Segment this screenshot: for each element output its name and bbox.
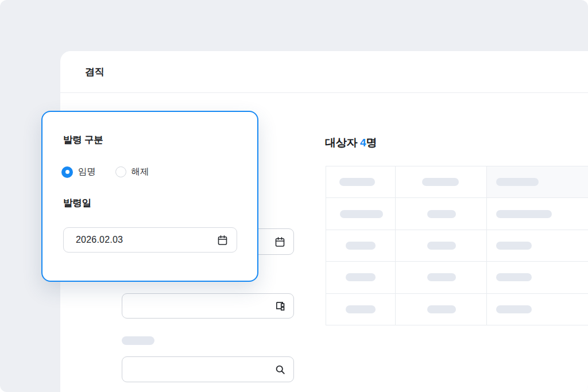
assignment-type-label: 발령 구분	[63, 134, 103, 146]
target-count: 4	[360, 137, 366, 149]
skeleton-pill	[496, 210, 552, 218]
skeleton-pill	[496, 273, 532, 281]
table-cell	[326, 166, 396, 198]
skeleton-pill	[346, 305, 376, 313]
assignment-date-value: 2026.02.03	[76, 235, 123, 245]
table-row	[326, 198, 588, 230]
table-row	[326, 294, 588, 325]
table-cell	[326, 262, 396, 293]
assignment-date-label: 발령일	[63, 197, 91, 209]
skeleton-pill	[339, 178, 375, 186]
table-cell	[487, 230, 588, 262]
skeleton-pill	[427, 273, 456, 281]
search-input[interactable]	[122, 356, 294, 382]
table-row	[326, 166, 588, 198]
card-header: 겸직	[60, 51, 588, 93]
search-icon	[274, 363, 286, 375]
calendar-icon	[274, 236, 286, 248]
table-cell	[396, 262, 488, 293]
field-label-skeleton	[122, 336, 154, 345]
skeleton-pill	[346, 273, 376, 281]
radio-unselected-icon[interactable]	[115, 166, 126, 177]
assignment-popup: 발령 구분 임명해제 발령일 2026.02.03	[41, 111, 258, 282]
org-tree-icon	[274, 300, 286, 312]
table-row	[326, 262, 588, 293]
organization-select-input[interactable]	[122, 293, 294, 319]
radio-option-label: 해제	[131, 166, 149, 178]
skeleton-pill	[496, 305, 532, 313]
calendar-icon[interactable]	[216, 234, 229, 246]
table-cell	[487, 198, 588, 230]
skeleton-pill	[427, 305, 456, 313]
skeleton-pill	[496, 178, 539, 186]
radio-option[interactable]: 해제	[115, 166, 149, 178]
table-cell	[326, 230, 396, 262]
target-prefix: 대상자	[325, 137, 360, 149]
table-cell	[326, 198, 396, 230]
skeleton-pill	[496, 242, 532, 250]
skeleton-pill	[427, 210, 456, 218]
skeleton-pill	[346, 242, 376, 250]
skeleton-pill	[340, 210, 383, 218]
assignment-type-radio-group: 임명해제	[61, 166, 149, 178]
table-row	[326, 230, 588, 262]
target-count-heading: 대상자 4명	[325, 135, 377, 150]
table-cell	[396, 230, 488, 262]
app-screen: 겸직	[0, 0, 588, 392]
radio-option-label: 임명	[78, 166, 96, 178]
skeleton-pill	[427, 242, 456, 250]
table-cell	[487, 294, 588, 325]
table-cell	[326, 294, 396, 325]
radio-option[interactable]: 임명	[61, 166, 96, 178]
table-cell	[487, 166, 588, 198]
table-cell	[487, 262, 588, 293]
table-cell	[396, 198, 488, 230]
table-cell	[396, 166, 488, 198]
skeleton-pill	[422, 178, 459, 186]
assignment-date-input[interactable]: 2026.02.03	[63, 227, 237, 253]
radio-selected-icon[interactable]	[61, 166, 73, 178]
table-cell	[396, 294, 488, 325]
page-title: 겸직	[85, 65, 105, 79]
target-suffix: 명	[366, 137, 377, 149]
target-list-table	[326, 166, 588, 325]
